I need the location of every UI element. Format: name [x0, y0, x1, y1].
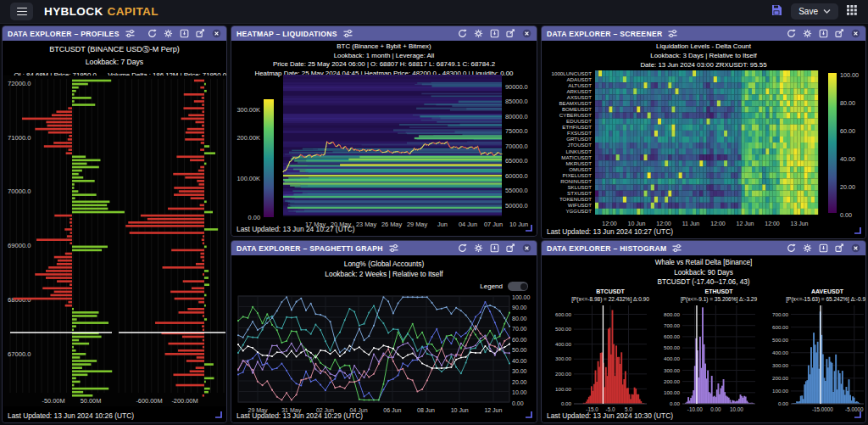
sliders-icon[interactable] — [389, 243, 398, 253]
export-icon[interactable] — [835, 243, 844, 253]
export-icon[interactable] — [506, 243, 515, 253]
panel-actions — [787, 243, 860, 253]
settings-gear-icon[interactable] — [803, 243, 812, 253]
svg-text:100.00K: 100.00K — [236, 175, 260, 182]
panel-histogram-header: DATA EXPLORER – HISTOGRAM — [542, 241, 865, 255]
profiles-chart[interactable]: 72000.071000.070000.069000.068000.067000… — [3, 75, 226, 406]
svg-text:-10.00: -10.00 — [687, 406, 703, 412]
save-layout-icon[interactable] — [771, 4, 782, 20]
svg-text:AAVEUSDT: AAVEUSDT — [811, 288, 844, 294]
chart-lookback: Lookback: 7 Days — [3, 58, 226, 66]
legend-toggle[interactable] — [508, 282, 528, 291]
menu-button[interactable] — [10, 3, 33, 20]
svg-text:40.00: 40.00 — [512, 358, 527, 364]
brand-secondary: CAPITAL — [108, 5, 159, 18]
svg-text:04 Jun: 04 Jun — [350, 407, 368, 413]
panel-profiles-header: DATA EXPLORER – PROFILES — [3, 26, 226, 41]
save-button[interactable]: Save — [791, 3, 838, 20]
screener-heatmap-chart[interactable]: 1000LUNCUSDTADAUSDTALTUSDTARKUSDTAXSUSDT… — [542, 67, 865, 230]
export-icon[interactable] — [835, 29, 844, 38]
panel-liquidations-header: HEATMAP – LIQUIDATIONS — [231, 26, 537, 41]
svg-text:[P(x<=-9.1) = 35.206%] Δ:-3.29: [P(x<=-9.1) = 35.206%] Δ:-3.29 — [681, 296, 758, 303]
save-panel-icon[interactable] — [180, 29, 189, 38]
svg-text:BTCUSDT: BTCUSDT — [596, 288, 625, 294]
svg-text:BEAMXUSDT: BEAMXUSDT — [559, 100, 592, 106]
panel-screener-header: DATA EXPLORER – SCREENER — [542, 26, 865, 41]
apps-grid-icon[interactable] — [847, 4, 858, 20]
resize-corner-icon[interactable] — [854, 226, 861, 236]
svg-text:100.00: 100.00 — [772, 388, 788, 394]
svg-text:10.00: 10.00 — [512, 389, 527, 395]
svg-text:-5.0: -5.0 — [606, 406, 615, 412]
svg-text:TOKENUSDT: TOKENUSDT — [559, 196, 592, 202]
settings-gear-icon[interactable] — [164, 29, 173, 38]
chart-title: BTCUSDT (BINANCE USDⓈ-M Perp) — [3, 44, 226, 55]
svg-text:-50.00M: -50.00M — [42, 397, 64, 405]
settings-gear-icon[interactable] — [474, 29, 483, 38]
liquidations-heatmap-chart[interactable]: 300.00K200.00K100.00K0.0090000.085000.08… — [232, 74, 537, 230]
save-panel-icon[interactable] — [819, 29, 828, 38]
svg-text:BOMEUSDT: BOMEUSDT — [562, 106, 592, 112]
sliders-icon[interactable] — [672, 243, 682, 253]
svg-text:12:00: 12:00 — [765, 221, 780, 226]
panel-actions — [787, 29, 860, 38]
svg-text:10 Jun: 10 Jun — [627, 221, 645, 226]
sliders-icon[interactable] — [343, 29, 353, 38]
save-panel-icon[interactable] — [490, 29, 499, 38]
legend-label: Legend — [480, 282, 503, 290]
refresh-icon[interactable] — [458, 29, 467, 38]
svg-text:65000.0: 65000.0 — [505, 157, 528, 165]
svg-text:11 Jun: 11 Jun — [682, 221, 700, 226]
resize-corner-icon[interactable] — [525, 411, 532, 420]
save-panel-icon[interactable] — [819, 243, 828, 253]
settings-gear-icon[interactable] — [474, 243, 483, 253]
svg-text:-15.0: -15.0 — [586, 406, 598, 412]
resize-corner-icon[interactable] — [854, 411, 861, 420]
brand-primary: HYBLOCK — [44, 5, 103, 18]
refresh-icon[interactable] — [787, 29, 796, 38]
svg-text:300.00K: 300.00K — [236, 106, 260, 114]
svg-text:500.00: 500.00 — [664, 344, 680, 350]
close-icon[interactable] — [851, 29, 860, 38]
svg-text:RONINUSDT: RONINUSDT — [560, 178, 592, 184]
brand-logo[interactable]: HYBLOCKCAPITAL — [44, 5, 159, 18]
svg-text:29 May: 29 May — [407, 221, 428, 228]
svg-text:200.00K: 200.00K — [236, 134, 260, 142]
refresh-icon[interactable] — [787, 243, 796, 253]
histogram-btcusdt[interactable]: BTCUSDT[P(x<=-8.98) = 22.432%] Δ:0.900.0… — [542, 285, 650, 422]
svg-text:50.00: 50.00 — [512, 347, 527, 353]
close-icon[interactable] — [522, 243, 531, 253]
sliders-icon[interactable] — [668, 29, 677, 38]
last-updated: Last Updated: 13 Jun 2024 10:26 (UTC) — [8, 411, 134, 420]
panel-histogram-body: Whale vs Retail Delta [Binance] Lookback… — [542, 255, 865, 422]
sliders-icon[interactable] — [125, 29, 135, 38]
svg-text:MATICUSDT: MATICUSDT — [561, 154, 592, 160]
save-panel-icon[interactable] — [490, 243, 499, 253]
resize-corner-icon[interactable] — [525, 224, 532, 233]
panel-screener-body: Liquidation Levels - Delta Count Lookbac… — [542, 41, 865, 238]
close-icon[interactable] — [212, 29, 221, 38]
svg-text:700.00: 700.00 — [772, 311, 788, 317]
svg-text:200.00: 200.00 — [555, 371, 571, 377]
svg-text:30.00: 30.00 — [512, 368, 527, 374]
histogram-ethusdt[interactable]: ETHUSDT[P(x<=-9.1) = 35.206%] Δ:-3.290.0… — [650, 285, 759, 422]
chart-lookback: Lookback: 90 Days — [542, 268, 865, 278]
top-navbar: HYBLOCKCAPITAL Save — [0, 0, 868, 24]
export-icon[interactable] — [506, 29, 515, 38]
svg-text:31 May: 31 May — [281, 407, 301, 414]
refresh-icon[interactable] — [147, 29, 157, 38]
panel-actions — [147, 29, 221, 38]
panel-actions — [458, 243, 531, 253]
svg-text:60.00: 60.00 — [512, 337, 527, 343]
histogram-aaveusdt[interactable]: AAVEUSDT[P(x<=-15.63) = 65.242%] Δ:-0.97… — [759, 285, 865, 422]
spaghetti-chart[interactable]: 100.0090.0080.0070.0060.0050.0040.0030.0… — [231, 294, 537, 421]
svg-text:0.00: 0.00 — [840, 211, 852, 219]
close-icon[interactable] — [851, 243, 860, 253]
svg-text:71000.0: 71000.0 — [8, 134, 31, 142]
refresh-icon[interactable] — [458, 243, 467, 253]
resize-corner-icon[interactable] — [214, 411, 222, 420]
close-icon[interactable] — [522, 29, 531, 38]
export-icon[interactable] — [196, 29, 205, 38]
settings-gear-icon[interactable] — [803, 29, 812, 38]
svg-text:02 Jun: 02 Jun — [316, 407, 334, 413]
